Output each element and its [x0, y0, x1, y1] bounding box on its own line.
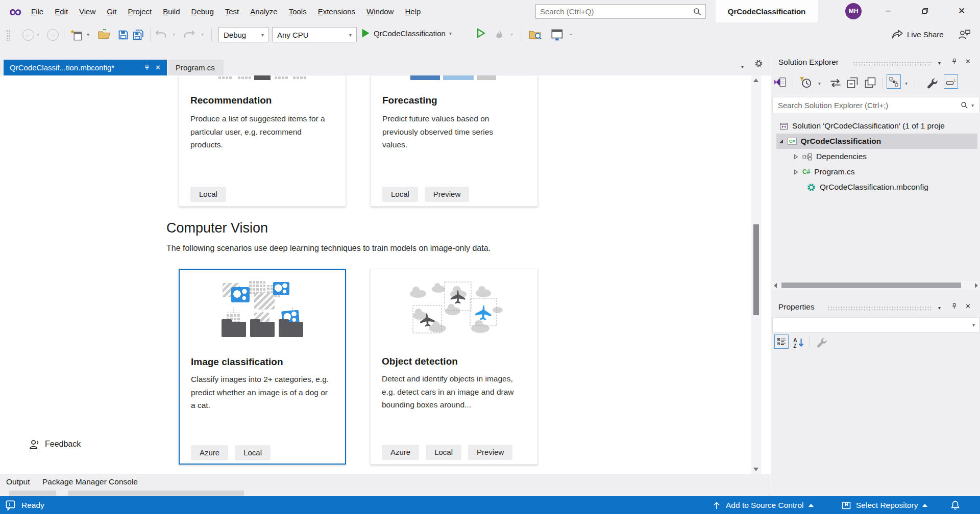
- notifications-bell-button[interactable]: [950, 496, 960, 514]
- redo-dropdown[interactable]: ▾: [201, 32, 204, 37]
- menu-view[interactable]: View: [74, 7, 101, 16]
- solution-explorer-search-input[interactable]: [778, 101, 961, 110]
- undo-dropdown[interactable]: ▾: [173, 32, 175, 37]
- scroll-down-arrow[interactable]: [753, 468, 758, 471]
- toolbar-overflow-button[interactable]: ⌄: [569, 31, 573, 36]
- pin-icon[interactable]: [951, 58, 958, 67]
- feedback-link[interactable]: Feedback: [29, 439, 81, 450]
- property-pages-wrench-button[interactable]: [816, 337, 827, 350]
- solution-explorer-search[interactable]: ▾: [772, 97, 979, 113]
- scrollbar-thumb[interactable]: [781, 282, 961, 288]
- user-avatar[interactable]: MH: [845, 3, 862, 19]
- switch-views-toggle[interactable]: [887, 74, 901, 89]
- tree-row-project[interactable]: C# QrCodeClassification: [771, 134, 980, 149]
- navigate-forward-button[interactable]: →: [47, 29, 59, 41]
- solution-configuration-dropdown[interactable]: Debug▾: [218, 27, 269, 42]
- menu-debug[interactable]: Debug: [186, 7, 219, 16]
- navigate-back-dropdown[interactable]: ▾: [37, 32, 39, 37]
- tab-package-manager-console[interactable]: Package Manager Console: [42, 477, 138, 486]
- expander-closed-icon[interactable]: [794, 154, 798, 160]
- sync-button[interactable]: [828, 79, 843, 90]
- pin-icon[interactable]: [951, 302, 958, 312]
- pending-changes-filter-button[interactable]: [799, 76, 813, 91]
- scroll-right-arrow[interactable]: [975, 283, 978, 288]
- hot-reload-dropdown[interactable]: ▾: [510, 32, 513, 37]
- menu-test[interactable]: Test: [219, 7, 245, 16]
- menu-file[interactable]: File: [26, 7, 49, 16]
- switch-views-dropdown[interactable]: ▾: [905, 81, 908, 86]
- scenario-card-forecasting[interactable]: Forecasting Predict future values based …: [371, 75, 538, 207]
- redo-button[interactable]: [183, 29, 195, 39]
- start-debugging-button[interactable]: QrCodeClassification ▾: [361, 28, 452, 38]
- menu-help[interactable]: Help: [399, 7, 426, 16]
- hot-reload-button[interactable]: [494, 29, 504, 41]
- scroll-up-arrow[interactable]: [753, 79, 758, 82]
- save-all-button[interactable]: [132, 29, 144, 41]
- navigate-back-button[interactable]: ←: [22, 29, 34, 41]
- solution-platform-dropdown[interactable]: Any CPU▾: [272, 27, 357, 42]
- scrollbar-thumb[interactable]: [753, 224, 759, 315]
- alphabetical-sort-button[interactable]: AZ: [793, 337, 805, 350]
- show-all-files-wrench-button[interactable]: [926, 78, 938, 91]
- collapse-all-button[interactable]: [846, 76, 859, 91]
- menu-edit[interactable]: Edit: [49, 7, 74, 16]
- new-project-button[interactable]: [70, 29, 83, 41]
- tab-program-cs[interactable]: Program.cs: [168, 60, 224, 75]
- expander-open-icon[interactable]: [778, 139, 783, 144]
- solution-explorer-horizontal-scrollbar[interactable]: [771, 281, 980, 290]
- close-button[interactable]: ✕: [950, 0, 973, 21]
- expander-closed-icon[interactable]: [794, 169, 798, 175]
- solution-explorer-header[interactable]: Solution Explorer ▾ ✕: [771, 55, 980, 70]
- scenario-card-recommendation[interactable]: Recommendation Produce a list of suggest…: [179, 75, 346, 207]
- categorized-toggle[interactable]: [774, 335, 789, 349]
- panel-menu-chevron-icon[interactable]: ▾: [938, 60, 941, 66]
- menu-analyze[interactable]: Analyze: [244, 7, 283, 16]
- toolbar-grip[interactable]: [6, 30, 10, 41]
- open-file-button[interactable]: [98, 29, 111, 39]
- start-without-debugging-button[interactable]: [477, 28, 485, 38]
- save-button[interactable]: [117, 29, 129, 41]
- new-project-dropdown[interactable]: ▾: [87, 32, 89, 37]
- live-share-button[interactable]: Live Share: [891, 29, 944, 39]
- quick-search-input[interactable]: [540, 7, 693, 16]
- properties-header[interactable]: Properties ▾ ✕: [771, 300, 980, 315]
- feedback-person-button[interactable]: [958, 29, 971, 40]
- close-icon[interactable]: ✕: [965, 302, 971, 310]
- tab-options-gear-icon[interactable]: [754, 59, 763, 70]
- editor-vertical-scrollbar[interactable]: [751, 75, 761, 474]
- scenario-card-object-detection[interactable]: Object detection Detect and identify obj…: [370, 269, 538, 465]
- add-to-source-control-button[interactable]: Add to Source Control: [713, 496, 814, 514]
- select-repository-button[interactable]: Select Repository: [841, 496, 927, 514]
- sync-with-active-document-button[interactable]: [773, 76, 787, 90]
- tree-row-dependencies[interactable]: Dependencies: [771, 149, 980, 164]
- scenario-card-image-classification[interactable]: Image classification Classify images int…: [179, 269, 346, 465]
- minimize-button[interactable]: –: [876, 0, 900, 21]
- web-browser-button[interactable]: [551, 29, 564, 41]
- properties-object-dropdown[interactable]: ▾: [772, 317, 979, 332]
- menu-tools[interactable]: Tools: [283, 7, 312, 16]
- menu-extensions[interactable]: Extensions: [312, 7, 361, 16]
- filter-dropdown[interactable]: ▾: [818, 81, 821, 86]
- properties-pages-button[interactable]: [864, 76, 876, 91]
- preview-selected-items-toggle[interactable]: [944, 74, 958, 89]
- tab-close-icon[interactable]: ✕: [155, 64, 161, 71]
- pin-icon[interactable]: [144, 63, 150, 72]
- undo-button[interactable]: [155, 29, 167, 39]
- tree-row-solution[interactable]: Solution 'QrCodeClassification' (1 of 1 …: [771, 118, 980, 134]
- tab-mbconfig[interactable]: QrCodeClassif...tion.mbconfig* ✕: [4, 60, 167, 75]
- panel-menu-chevron-icon[interactable]: ▾: [938, 305, 941, 311]
- tree-row-mbconfig[interactable]: QrCodeClassification.mbconfig: [771, 179, 980, 195]
- menu-project[interactable]: Project: [122, 7, 157, 16]
- restore-button[interactable]: [913, 0, 937, 21]
- find-in-files-button[interactable]: [529, 29, 542, 40]
- menu-git[interactable]: Git: [101, 7, 122, 16]
- tree-row-program-cs[interactable]: C# Program.cs: [771, 164, 980, 179]
- scroll-left-arrow[interactable]: [774, 283, 777, 288]
- search-options-chevron-icon[interactable]: ▾: [971, 102, 974, 108]
- menu-window[interactable]: Window: [361, 7, 399, 16]
- quick-search[interactable]: [535, 4, 706, 19]
- close-icon[interactable]: ✕: [965, 58, 971, 65]
- tab-list-dropdown[interactable]: ▾: [741, 61, 744, 70]
- tab-output[interactable]: Output: [6, 477, 30, 486]
- menu-build[interactable]: Build: [157, 7, 185, 16]
